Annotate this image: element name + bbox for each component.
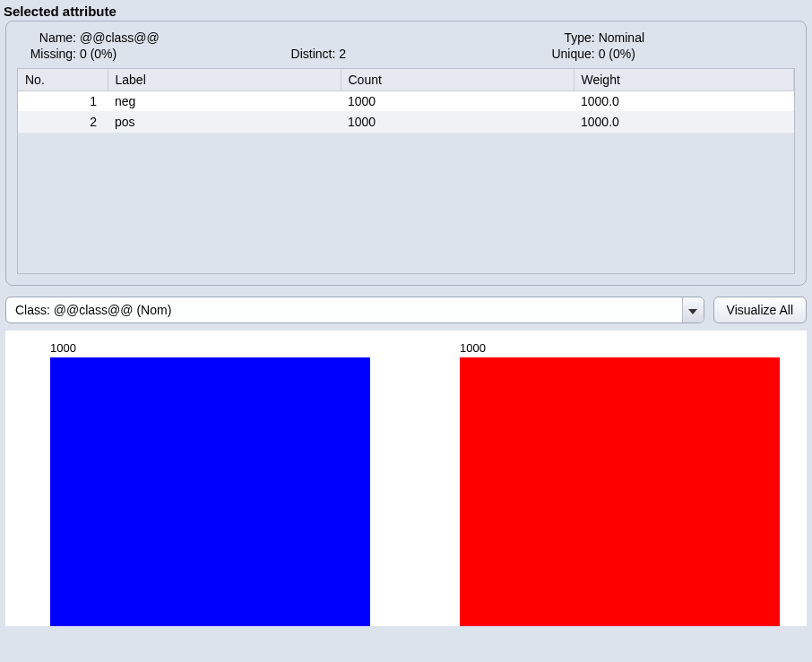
attribute-table[interactable]: No. Label Count Weight 1 neg 1000 1000.0… (18, 69, 794, 133)
meta-row-2: Missing: 0 (0%) Distinct: 2 Unique: 0 (0… (17, 47, 795, 61)
cell-no: 1 (18, 91, 108, 112)
meta-unique-label: Unique: (536, 47, 599, 61)
selected-attribute-panel: Name: @@class@@ Type: Nominal Missing: 0… (5, 21, 807, 286)
meta-missing: Missing: 0 (0%) (17, 47, 276, 61)
table-row[interactable]: 1 neg 1000 1000.0 (18, 91, 794, 112)
cell-label: neg (108, 91, 341, 112)
meta-unique-value: 0 (0%) (599, 47, 635, 61)
cell-no: 2 (18, 112, 108, 133)
controls-row: Class: @@class@@ (Nom) Visualize All (0, 291, 812, 323)
header-no[interactable]: No. (18, 69, 108, 91)
bar-value-label: 1000 (50, 341, 76, 355)
header-count[interactable]: Count (341, 69, 574, 91)
panel-title: Selected attribute (0, 0, 812, 21)
visualize-all-label: Visualize All (727, 303, 793, 317)
meta-missing-label: Missing: (17, 47, 80, 61)
header-weight[interactable]: Weight (574, 69, 794, 91)
table-header-row: No. Label Count Weight (18, 69, 794, 91)
cell-weight: 1000.0 (574, 112, 794, 133)
bar-rect-pos (460, 357, 780, 626)
table-row[interactable]: 2 pos 1000 1000.0 (18, 112, 794, 133)
class-selector-dropdown-button[interactable] (682, 297, 704, 322)
cell-count: 1000 (341, 112, 574, 133)
attribute-table-container: No. Label Count Weight 1 neg 1000 1000.0… (17, 68, 795, 274)
meta-distinct: Distinct: 2 (276, 47, 535, 61)
meta-missing-value: 0 (0%) (80, 47, 117, 61)
meta-distinct-value: 2 (339, 47, 346, 61)
meta-type: Type: Nominal (536, 30, 795, 45)
cell-weight: 1000.0 (574, 91, 794, 112)
svg-marker-0 (688, 309, 697, 314)
chevron-down-icon (688, 303, 697, 317)
meta-row-1: Name: @@class@@ Type: Nominal (17, 30, 795, 45)
cell-count: 1000 (341, 91, 574, 112)
meta-name-label: Name: (17, 30, 80, 45)
meta-distinct-label: Distinct: (276, 47, 339, 61)
meta-name-value: @@class@@ (80, 30, 160, 45)
header-label[interactable]: Label (108, 69, 341, 91)
meta-type-value: Nominal (599, 30, 644, 45)
meta-name: Name: @@class@@ (17, 30, 536, 45)
class-selector[interactable]: Class: @@class@@ (Nom) (5, 297, 704, 323)
meta-unique: Unique: 0 (0%) (536, 47, 795, 61)
cell-label: pos (108, 112, 341, 133)
class-selector-text: Class: @@class@@ (Nom) (15, 303, 682, 317)
histogram-chart: 1000 1000 (5, 331, 807, 626)
histogram-bar: 1000 (50, 357, 370, 626)
visualize-all-button[interactable]: Visualize All (713, 297, 807, 323)
bar-rect-neg (50, 357, 370, 626)
meta-type-label: Type: (536, 30, 599, 45)
bar-value-label: 1000 (460, 341, 486, 355)
histogram-bar: 1000 (460, 357, 780, 626)
